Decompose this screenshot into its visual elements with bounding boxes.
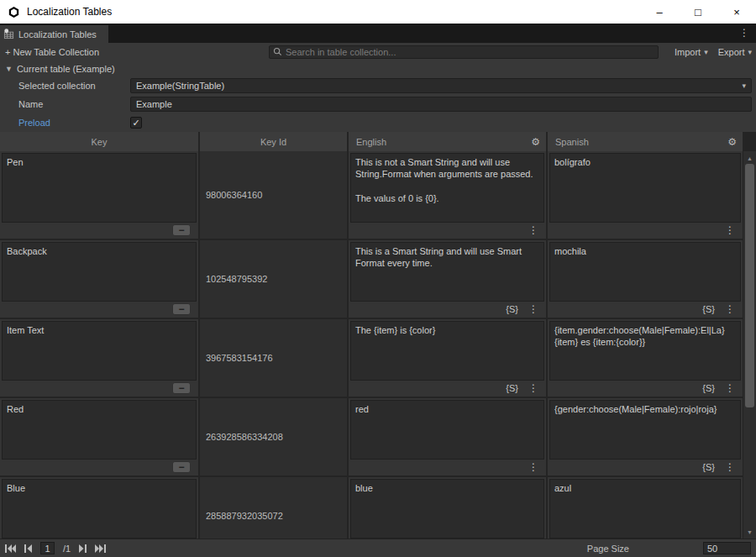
first-page-icon[interactable] xyxy=(5,544,16,553)
window-title: Localization Tables xyxy=(27,6,112,18)
preload-label: Preload xyxy=(18,118,130,128)
key-input[interactable]: Red xyxy=(2,400,197,460)
selected-collection-row: Selected collection Example(StringTable)… xyxy=(0,76,756,95)
key-input[interactable]: Item Text xyxy=(2,321,197,381)
last-page-icon[interactable] xyxy=(95,544,106,553)
previous-page-icon[interactable] xyxy=(24,544,32,553)
spanish-input[interactable]: bolígrafo xyxy=(549,153,741,223)
smart-string-toggle[interactable]: {S} xyxy=(702,304,715,314)
preload-checkbox[interactable]: ✓ xyxy=(130,117,142,129)
cell-menu-icon[interactable]: ⋮ xyxy=(528,461,538,473)
window-menu-icon[interactable]: ⋮ xyxy=(739,27,749,39)
selected-collection-dropdown[interactable]: Example(StringTable) ▾ xyxy=(130,78,752,93)
spanish-input[interactable]: azul xyxy=(549,479,741,539)
column-header-english: English ⚙ xyxy=(349,132,546,151)
english-input[interactable]: The {item} is {color} xyxy=(350,321,544,381)
page-size-field xyxy=(703,542,751,554)
localization-tables-icon xyxy=(3,29,14,39)
cell-menu-icon[interactable]: ⋮ xyxy=(528,382,538,394)
spanish-input[interactable]: {gender:choose(Male|Female):rojo|roja} xyxy=(549,400,741,460)
next-page-icon[interactable] xyxy=(79,544,87,553)
foldout-arrow-icon: ▼ xyxy=(5,65,13,73)
scroll-down-icon[interactable]: ▼ xyxy=(743,526,756,538)
name-row: Name xyxy=(0,95,756,113)
name-input[interactable] xyxy=(136,99,746,109)
chevron-down-icon: ▾ xyxy=(748,48,752,56)
smart-string-toggle[interactable]: {S} xyxy=(702,383,715,393)
current-table-foldout[interactable]: ▼ Current table (Example) xyxy=(0,60,756,76)
import-button[interactable]: Import▾ xyxy=(675,47,708,57)
cell-menu-icon[interactable]: ⋮ xyxy=(725,303,735,315)
key-cell: Pen − xyxy=(0,151,198,239)
smart-string-toggle[interactable]: {S} xyxy=(702,462,715,472)
cell-menu-icon[interactable]: ⋮ xyxy=(725,224,735,236)
table-row: Pen − 98006364160 This is not a Smart St… xyxy=(0,151,743,239)
key-id-value: 263928586334208 xyxy=(206,432,283,442)
minimize-button[interactable]: – xyxy=(640,0,679,24)
window-controls: – □ × xyxy=(640,0,756,24)
cell-menu-icon[interactable]: ⋮ xyxy=(528,224,538,236)
current-table-details: ▼ Current table (Example) Selected colle… xyxy=(0,60,756,132)
smart-string-toggle[interactable]: {S} xyxy=(506,304,518,314)
foldout-label: Current table (Example) xyxy=(17,64,115,74)
maximize-button[interactable]: □ xyxy=(679,0,717,24)
chevron-down-icon: ▾ xyxy=(704,48,708,56)
remove-entry-button[interactable]: − xyxy=(172,224,191,236)
selected-collection-label: Selected collection xyxy=(18,81,130,91)
toolbar: + New Table Collection Import▾ Export▾ xyxy=(0,43,756,60)
localization-tables-window: Localization Tables – □ × Localization T… xyxy=(0,0,756,557)
pager-bar: /1 Page Size xyxy=(0,539,756,557)
spanish-cell: mochila {S} ⋮ xyxy=(548,240,743,318)
spanish-cell: {item.gender:choose(Male|Female):El|La} … xyxy=(548,319,743,397)
tab-label: Localization Tables xyxy=(18,29,97,39)
spanish-cell: {gender:choose(Male|Female):rojo|roja} {… xyxy=(548,398,743,476)
key-cell: Blue − xyxy=(0,477,198,539)
remove-entry-button[interactable]: − xyxy=(172,382,191,394)
spanish-input[interactable]: mochila xyxy=(549,242,741,302)
key-cell: Item Text − xyxy=(0,319,198,397)
page-size-input[interactable] xyxy=(704,543,750,554)
cell-menu-icon[interactable]: ⋮ xyxy=(725,382,735,394)
key-id-value: 98006364160 xyxy=(206,190,262,200)
spanish-cell: azul {S} ⋮ xyxy=(548,477,743,539)
new-table-collection-button[interactable]: + New Table Collection xyxy=(0,47,104,57)
table-settings-gear-icon[interactable]: ⚙ xyxy=(531,136,540,148)
spanish-input[interactable]: {item.gender:choose(Male|Female):El|La} … xyxy=(549,321,741,381)
key-input[interactable]: Blue xyxy=(2,479,197,539)
pager-controls: /1 xyxy=(5,542,106,554)
key-input[interactable]: Backpack xyxy=(2,242,197,302)
vertical-scrollbar[interactable]: ▲ ▼ xyxy=(743,151,756,539)
page-size-group: Page Size xyxy=(587,542,751,554)
english-cell: red {S} ⋮ xyxy=(349,398,546,476)
close-button[interactable]: × xyxy=(717,0,756,24)
table-row: Blue − 285887932035072 blue {S} ⋮ azul {… xyxy=(0,477,743,539)
english-input[interactable]: red xyxy=(350,400,544,460)
page-number-input[interactable] xyxy=(41,543,54,554)
key-id-cell: 98006364160 xyxy=(200,151,347,239)
tab-localization-tables[interactable]: Localization Tables xyxy=(0,25,108,43)
search-input[interactable] xyxy=(286,47,654,57)
english-input[interactable]: blue xyxy=(350,479,544,539)
search-icon xyxy=(273,47,282,56)
table-row: Item Text − 3967583154176 The {item} is … xyxy=(0,319,743,397)
cell-menu-icon[interactable]: ⋮ xyxy=(528,303,538,315)
key-input[interactable]: Pen xyxy=(2,153,197,223)
scroll-up-icon[interactable]: ▲ xyxy=(743,152,756,164)
search-field[interactable] xyxy=(269,45,659,59)
table-settings-gear-icon[interactable]: ⚙ xyxy=(727,136,737,148)
remove-entry-button[interactable]: − xyxy=(172,303,191,315)
export-button[interactable]: Export▾ xyxy=(718,47,752,57)
name-field xyxy=(130,97,752,112)
scrollbar-thumb[interactable] xyxy=(745,164,754,407)
table-body: Pen − 98006364160 This is not a Smart St… xyxy=(0,151,743,539)
name-label: Name xyxy=(18,99,130,109)
key-id-cell: 102548795392 xyxy=(200,240,347,318)
english-input[interactable]: This is a Smart String and will use Smar… xyxy=(350,242,544,302)
page-size-label: Page Size xyxy=(587,544,629,554)
cell-menu-icon[interactable]: ⋮ xyxy=(725,461,735,473)
spanish-cell: bolígrafo {S} ⋮ xyxy=(548,151,743,239)
key-id-value: 3967583154176 xyxy=(206,353,273,363)
smart-string-toggle[interactable]: {S} xyxy=(506,383,518,393)
remove-entry-button[interactable]: − xyxy=(172,461,191,473)
english-input[interactable]: This is not a Smart String and will use … xyxy=(350,153,544,223)
